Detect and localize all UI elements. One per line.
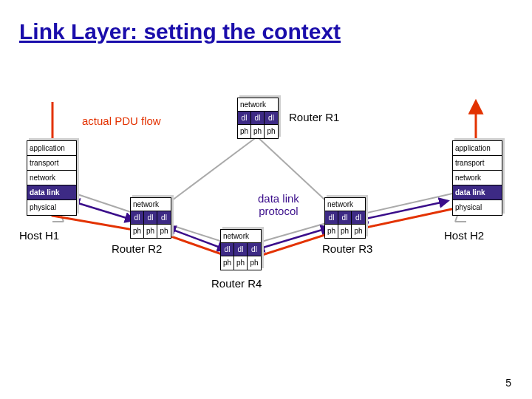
layer-network: network	[27, 171, 76, 185]
router-dl: dl	[325, 211, 338, 225]
label-router-r4: Router R4	[211, 277, 262, 290]
router-ph: ph	[157, 225, 171, 238]
router-ph: ph	[325, 225, 338, 238]
host-h1-stack: application transport network data link …	[27, 140, 77, 216]
router-ph: ph	[234, 256, 248, 270]
router-ph: ph	[248, 256, 261, 270]
layer-physical: physical	[27, 200, 76, 215]
label-router-r2: Router R2	[112, 242, 162, 255]
layer-application: application	[453, 141, 502, 156]
router-net: network	[238, 98, 278, 112]
router-dl: dl	[265, 112, 278, 125]
diagram: actual PDU flow data link protocol appli…	[19, 74, 513, 340]
svg-line-12	[256, 228, 330, 250]
router-dl: dl	[352, 211, 365, 225]
label-router-r3: Router R3	[322, 242, 372, 255]
layer-network: network	[453, 171, 502, 185]
router-ph: ph	[265, 125, 278, 138]
router-r3-stack: network dl dl dl ph ph ph	[324, 197, 366, 239]
svg-line-10	[71, 201, 134, 220]
router-dl: dl	[338, 211, 352, 225]
router-dl: dl	[234, 243, 248, 256]
router-dl: dl	[248, 243, 261, 256]
router-dl: dl	[144, 211, 157, 225]
label-router-r1: Router R1	[289, 111, 339, 123]
layer-physical: physical	[453, 200, 502, 215]
router-ph: ph	[131, 225, 144, 238]
layer-application: application	[27, 141, 76, 156]
slide-title: Link Layer: setting the context	[19, 19, 341, 44]
host-h2-stack: application transport network data link …	[452, 140, 502, 216]
router-dl: dl	[157, 211, 171, 225]
router-dl: dl	[238, 112, 251, 125]
router-ph: ph	[251, 125, 265, 138]
layer-datalink: data link	[453, 185, 502, 200]
router-r1-stack: network dl dl dl ph ph ph	[237, 98, 279, 139]
router-ph: ph	[338, 225, 352, 238]
router-dl: dl	[131, 211, 144, 225]
label-host-h1: Host H1	[19, 229, 59, 242]
router-ph: ph	[238, 125, 251, 138]
router-ph: ph	[221, 256, 234, 270]
page-number: 5	[505, 377, 511, 389]
svg-line-11	[167, 228, 226, 250]
router-r2-stack: network dl dl dl ph ph ph	[130, 197, 171, 239]
router-r4-stack: network dl dl dl ph ph ph	[220, 229, 262, 270]
annotation-pdu-flow: actual PDU flow	[82, 115, 161, 127]
router-ph: ph	[144, 225, 157, 238]
router-dl: dl	[251, 112, 265, 125]
router-net: network	[221, 230, 261, 243]
annotation-dl-protocol: data link protocol	[258, 192, 299, 217]
layer-transport: transport	[27, 156, 76, 171]
router-ph: ph	[352, 225, 365, 238]
label-host-h2: Host H2	[444, 229, 484, 242]
layer-transport: transport	[453, 156, 502, 171]
svg-line-13	[359, 201, 448, 220]
router-net: network	[325, 198, 365, 211]
layer-datalink: data link	[27, 185, 76, 200]
router-dl: dl	[221, 243, 234, 256]
router-net: network	[131, 198, 171, 211]
